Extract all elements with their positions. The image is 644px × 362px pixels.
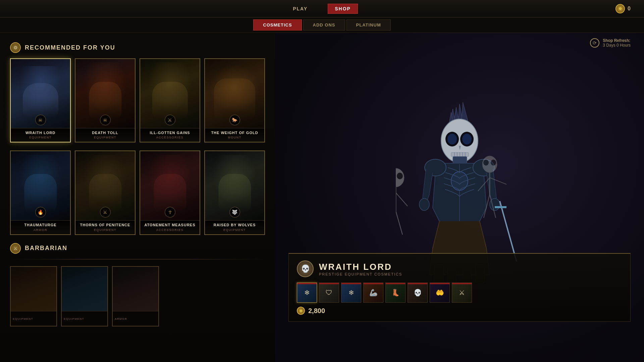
recommended-items-grid-2: 🔥 THAUMATURGE ARMOR ⚔ (10, 150, 265, 235)
tab-bar: Cosmetics Add Ons Platinum (0, 17, 644, 33)
barbarian-item-3[interactable]: ARMOR (112, 266, 159, 326)
illgotten-symbol: ⚔ (165, 115, 175, 125)
shop-panel: ⚙ Recommended for You ☠ WRAITH LORD (0, 33, 275, 362)
shop-refresh: ⟳ Shop Refresh: 3 Days 0 Hours (590, 38, 631, 48)
recommended-icon: ⚙ (10, 42, 21, 53)
svg-point-39 (483, 160, 489, 166)
death-toll-name: DEATH TOLL (78, 130, 132, 135)
item-card-thaumaturge[interactable]: 🔥 THAUMATURGE ARMOR (10, 150, 71, 235)
main-content: ⚙ Recommended for You ☠ WRAITH LORD (0, 33, 644, 362)
thorns-symbol: ⚔ (100, 207, 111, 218)
currency-amount: 0 (628, 6, 631, 12)
barbarian-item-2[interactable]: EQUIPMENT (61, 266, 108, 326)
svg-line-37 (396, 211, 402, 235)
wraith-lord-type: EQUIPMENT (13, 136, 67, 139)
detail-info-box: 💀 WRAITH LORD PRESTIGE EQUIPMENT COSMETI… (288, 253, 631, 322)
item-card-illgotten[interactable]: ⚔ ILL-GOTTEN GAINS ACCESSORIES (140, 58, 200, 142)
item-card-thorns[interactable]: ⚔ THORNS OF PENITENCE EQUIPMENT (75, 150, 136, 235)
detail-skull-icon: 💀 (297, 260, 314, 277)
barbarian-icon: ⚔ (10, 243, 21, 254)
detail-thumb-3[interactable]: ❄ (341, 283, 361, 303)
svg-line-35 (396, 193, 408, 206)
detail-price: 2,800 (308, 307, 325, 315)
barbarian-section-header: ⚔ Barbarian (10, 243, 265, 254)
svg-point-40 (491, 160, 496, 166)
thaumaturge-symbol: 🔥 (35, 207, 46, 218)
svg-point-8 (447, 134, 457, 144)
atonement-symbol: ☥ (165, 207, 175, 218)
top-navigation: PLAY SHOP ⊙ 0 (0, 0, 644, 17)
detail-price-icon: ⊙ (297, 307, 305, 315)
currency-display: ⊙ 0 (615, 4, 631, 13)
thaumaturge-type: ARMOR (13, 228, 67, 232)
weight-gold-name: THE WEIGHT OF GOLD (208, 130, 262, 135)
detail-thumb-5[interactable]: 👢 (385, 283, 406, 303)
svg-rect-17 (453, 157, 467, 163)
svg-point-9 (462, 134, 472, 144)
item-card-atonement[interactable]: ☥ ATONEMENT MEASURES ACCESSORIES (140, 150, 200, 235)
item-card-death-toll[interactable]: ☠ DEATH TOLL EQUIPMENT (75, 58, 136, 142)
wolves-type: EQUIPMENT (208, 228, 262, 232)
detail-panel: ⟳ Shop Refresh: 3 Days 0 Hours (275, 33, 644, 362)
shop-refresh-time: 3 Days 0 Hours (603, 43, 631, 48)
svg-point-32 (397, 173, 403, 179)
svg-line-24 (500, 201, 517, 261)
atonement-name: ATONEMENT MEASURES (143, 223, 197, 227)
detail-thumb-6[interactable]: 💀 (408, 283, 428, 303)
tab-platinum[interactable]: Platinum (346, 19, 391, 31)
refresh-icon: ⟳ (590, 38, 599, 48)
play-nav-button[interactable]: PLAY (286, 4, 314, 13)
detail-thumb-2[interactable]: 🛡 (319, 283, 339, 303)
thorns-name: THORNS OF PENITENCE (78, 223, 132, 227)
barbarian-item-2-type: EQUIPMENT (64, 317, 105, 320)
shop-nav-button[interactable]: SHOP (328, 4, 358, 14)
item-card-wraith-lord[interactable]: ☠ WRAITH LORD EQUIPMENT (10, 58, 71, 142)
wolves-name: RAISED BY WOLVES (208, 223, 262, 227)
thaumaturge-name: THAUMATURGE (13, 223, 67, 227)
barbarian-item-1[interactable]: EQUIPMENT (10, 266, 57, 326)
detail-name-row: 💀 WRAITH LORD PRESTIGE EQUIPMENT COSMETI… (297, 260, 622, 277)
detail-thumb-7[interactable]: 🤲 (430, 283, 450, 303)
recommended-items-grid: ☠ WRAITH LORD EQUIPMENT ☠ (10, 58, 265, 142)
illgotten-type: ACCESSORIES (143, 136, 197, 139)
detail-price-row: ⊙ 2,800 (297, 307, 622, 315)
platinum-coin-icon: ⊙ (615, 4, 625, 13)
detail-thumbs-row: ❄ 🛡 ❄ 🦾 👢 💀 🤲 (297, 283, 622, 303)
svg-point-22 (419, 198, 429, 210)
wraith-lord-symbol: ☠ (35, 115, 46, 125)
barbarian-item-3-type: ARMOR (115, 317, 156, 320)
illgotten-name: ILL-GOTTEN GAINS (143, 130, 197, 135)
weight-gold-type: MOUNT (208, 136, 262, 139)
detail-item-subtitle: PRESTIGE EQUIPMENT COSMETICS (319, 272, 402, 276)
wraith-lord-name: WRAITH LORD (13, 130, 67, 135)
detail-thumb-1[interactable]: ❄ (297, 283, 317, 303)
tab-cosmetics[interactable]: Cosmetics (253, 19, 302, 31)
recommended-section-header: ⚙ Recommended for You (10, 42, 265, 53)
weight-gold-symbol: 🐎 (229, 115, 240, 125)
wolves-symbol: 🐺 (229, 207, 240, 218)
barbarian-title: Barbarian (25, 245, 67, 252)
shop-refresh-label: Shop Refresh: (603, 38, 631, 43)
barbarian-items-row: EQUIPMENT EQUIPMENT ARMOR (10, 266, 265, 326)
thorns-type: EQUIPMENT (78, 228, 132, 232)
barbarian-item-1-type: EQUIPMENT (13, 317, 54, 320)
detail-thumb-4[interactable]: 🦾 (363, 283, 383, 303)
atonement-type: ACCESSORIES (143, 228, 197, 232)
item-card-weight-gold[interactable]: 🐎 THE WEIGHT OF GOLD MOUNT (204, 58, 265, 142)
death-toll-symbol: ☠ (100, 115, 111, 125)
tab-addons[interactable]: Add Ons (303, 19, 345, 31)
item-card-wolves[interactable]: 🐺 RAISED BY WOLVES EQUIPMENT (204, 150, 265, 235)
detail-thumb-8[interactable]: ⚔ (452, 283, 472, 303)
death-toll-type: EQUIPMENT (78, 136, 132, 139)
detail-item-name: WRAITH LORD (319, 262, 402, 272)
recommended-title: Recommended for You (25, 44, 115, 51)
barbarian-divider (10, 259, 265, 259)
